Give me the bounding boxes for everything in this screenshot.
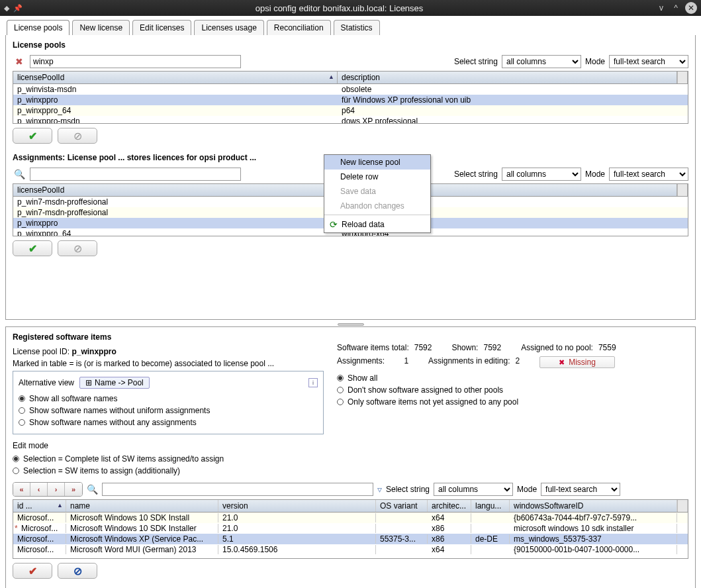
cancel-button[interactable]: ⊘ xyxy=(58,240,97,256)
table-row[interactable]: Microsof...Microsoft Windows XP (Service… xyxy=(13,534,688,544)
cancel-button[interactable]: ⊘ xyxy=(58,128,97,144)
ctx-abandon-changes: Abandon changes xyxy=(324,199,430,213)
license-pools-heading: License pools xyxy=(13,40,688,50)
tab-statistics[interactable]: Statistics xyxy=(334,20,380,35)
ctx-new-license-pool[interactable]: New license pool xyxy=(324,155,430,170)
table-row[interactable]: p_winxppro für Windows XP professional v… xyxy=(13,95,688,105)
alternative-view-label: Alternative view xyxy=(19,378,74,387)
titlebar: ◆ 📌 opsi config editor bonifax.uib.local… xyxy=(0,0,701,16)
select-string-dropdown[interactable]: all columns xyxy=(502,168,581,181)
altview-radio-no-uniform[interactable]: Show software names without uniform assi… xyxy=(19,405,318,416)
mode-dropdown[interactable]: full-text search xyxy=(541,483,620,496)
ctx-delete-row[interactable]: Delete row xyxy=(324,170,430,184)
table-row[interactable]: p_winvista-msdnobsolete xyxy=(13,84,688,95)
tab-bar: License pools New license Edit licenses … xyxy=(0,16,701,35)
col-version[interactable]: version xyxy=(218,500,376,512)
app-icon: ◆ xyxy=(4,4,9,13)
pin-icon[interactable]: 📌 xyxy=(13,4,23,13)
pools-filter-input[interactable] xyxy=(30,55,241,68)
filter-radio-no-pool[interactable]: Only software items not yet assigned to … xyxy=(337,396,688,408)
context-menu: New license pool Delete row Save data Ab… xyxy=(324,154,431,233)
missing-icon: ✖ xyxy=(559,358,565,367)
table-row[interactable]: *Microsof...Microsoft Windows 10 SDK Ins… xyxy=(13,523,688,534)
sort-asc-icon: ▲ xyxy=(328,74,334,80)
mode-dropdown[interactable]: full-text search xyxy=(609,168,688,181)
modified-icon: * xyxy=(15,524,18,533)
pool-id-label: License pool ID: xyxy=(13,347,70,356)
pools-filter-row: ✖ Select string all columns Mode full-te… xyxy=(13,55,688,68)
alternative-view-box: Alternative view ⊞Name -> Pool i Show al… xyxy=(13,371,324,434)
reload-icon: ⟳ xyxy=(330,219,338,230)
search-icon[interactable]: 🔍 xyxy=(87,484,98,495)
software-table: id ...▲ name version OS variant architec… xyxy=(13,499,688,559)
nav-next[interactable]: › xyxy=(48,483,65,496)
col-id[interactable]: id ...▲ xyxy=(13,500,66,512)
tab-licenses-usage[interactable]: Licenses usage xyxy=(194,20,263,35)
clear-filter-icon[interactable]: ✖ xyxy=(13,56,26,67)
maximize-button[interactable]: ^ xyxy=(671,3,681,13)
table-row[interactable]: Microsof...Microsoft Word MUI (German) 2… xyxy=(13,544,688,555)
scrollbar-head xyxy=(677,72,688,83)
nav-last[interactable]: » xyxy=(65,483,82,496)
table-row[interactable]: p_winxppro-msdn dows XP professional xyxy=(13,116,688,124)
mode-label: Mode xyxy=(585,57,605,66)
select-string-label: Select string xyxy=(386,485,430,494)
license-pools-panel: License pools ✖ Select string all column… xyxy=(5,35,696,320)
confirm-button[interactable]: ✔ xyxy=(13,128,52,144)
info-icon[interactable]: i xyxy=(308,378,318,387)
marked-hint: Marked in table = is (or is marked to be… xyxy=(13,359,324,368)
tree-icon: ⊞ xyxy=(85,378,92,387)
edit-mode-title: Edit mode xyxy=(13,441,324,450)
missing-button[interactable]: ✖Missing xyxy=(539,356,615,368)
filter-radio-other-pools[interactable]: Don't show software assigned to other po… xyxy=(337,384,688,396)
select-string-dropdown[interactable]: all columns xyxy=(502,55,581,68)
tab-reconciliation[interactable]: Reconciliation xyxy=(267,20,331,35)
nav-row: « ‹ › » 🔍 ▿ Select string all columns Mo… xyxy=(13,482,688,497)
tab-edit-licenses[interactable]: Edit licenses xyxy=(132,20,191,35)
filter-radio-show-all[interactable]: Show all xyxy=(337,372,688,384)
mode-dropdown[interactable]: full-text search xyxy=(609,55,688,68)
col-licensepoolid[interactable]: licensePoolId▲ xyxy=(13,184,338,196)
search-icon[interactable]: 🔍 xyxy=(13,169,26,179)
col-os[interactable]: OS variant xyxy=(376,500,428,512)
col-description[interactable]: description xyxy=(338,72,677,83)
confirm-button[interactable]: ✔ xyxy=(13,563,52,579)
pool-id-value: p_winxppro xyxy=(71,347,116,356)
col-name[interactable]: name xyxy=(66,500,218,512)
window-title: opsi config editor bonifax.uib.local: Li… xyxy=(23,3,656,13)
registered-items-heading: Registered software items xyxy=(13,332,324,342)
nav-first[interactable]: « xyxy=(13,483,30,496)
table-row[interactable]: p_winxppro_64 p64 xyxy=(13,105,688,116)
name-pool-button[interactable]: ⊞Name -> Pool xyxy=(79,377,150,389)
sort-asc-icon: ▲ xyxy=(57,502,63,509)
altview-radio-no-assignments[interactable]: Show software names without any assignme… xyxy=(19,416,318,428)
pools-table: licensePoolId▲ description p_winvista-ms… xyxy=(13,71,688,124)
nav-prev[interactable]: ‹ xyxy=(30,483,48,496)
mode-label: Mode xyxy=(585,170,605,179)
ctx-save-data: Save data xyxy=(324,184,430,199)
altview-radio-show-all[interactable]: Show all software names xyxy=(19,393,318,405)
select-string-label: Select string xyxy=(454,170,498,179)
minimize-button[interactable]: v xyxy=(656,3,667,13)
editmode-radio-complete[interactable]: Selection = Complete list of SW items as… xyxy=(13,453,324,465)
cancel-button[interactable]: ⊘ xyxy=(58,563,97,579)
close-button[interactable]: ✕ xyxy=(685,2,697,14)
select-string-dropdown[interactable]: all columns xyxy=(434,483,513,496)
editmode-radio-additional[interactable]: Selection = SW items to assign (addition… xyxy=(13,465,324,477)
col-licensepoolid[interactable]: licensePoolId▲ xyxy=(13,72,338,83)
edit-mode-box: Edit mode Selection = Complete list of S… xyxy=(13,441,324,477)
col-arch[interactable]: architec... xyxy=(428,500,471,512)
funnel-icon[interactable]: ▿ xyxy=(377,484,382,495)
col-lang[interactable]: langu... xyxy=(471,500,510,512)
tab-new-license[interactable]: New license xyxy=(72,20,130,35)
col-wsid[interactable]: windowsSoftwareID xyxy=(510,500,677,512)
software-items-panel: Registered software items License pool I… xyxy=(5,326,696,588)
software-filter-input[interactable] xyxy=(102,483,373,496)
tab-license-pools[interactable]: License pools xyxy=(7,20,70,35)
mode-label: Mode xyxy=(517,485,537,494)
assign-filter-input[interactable] xyxy=(30,168,241,181)
confirm-button[interactable]: ✔ xyxy=(13,240,52,256)
select-string-label: Select string xyxy=(454,57,498,66)
table-row[interactable]: Microsof...Microsoft Windows 10 SDK Inst… xyxy=(13,513,688,523)
ctx-reload-data[interactable]: ⟳ Reload data xyxy=(324,217,430,232)
